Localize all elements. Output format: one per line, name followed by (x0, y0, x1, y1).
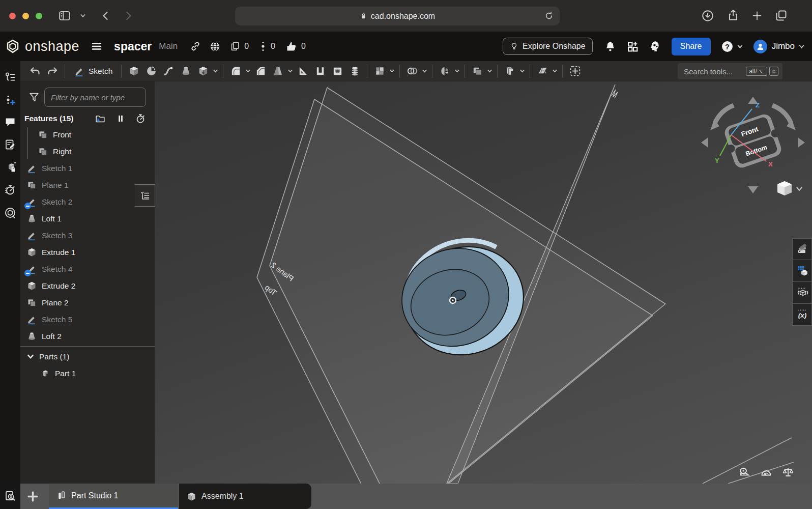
feature-item-front[interactable]: Front (20, 126, 155, 143)
back-button[interactable] (100, 9, 112, 22)
roll-cw-arrow[interactable] (772, 105, 791, 123)
mass-properties-scale-icon[interactable] (781, 466, 795, 478)
rib-tool-button[interactable] (294, 63, 311, 79)
parts-section-header[interactable]: Parts (1) (20, 348, 155, 365)
user-avatar[interactable] (753, 40, 767, 53)
like-icon[interactable] (285, 40, 298, 52)
custom-tables-panel-button[interactable] (792, 282, 812, 304)
downloads-button[interactable] (701, 9, 714, 22)
explore-onshape-button[interactable]: Explore Onshape (503, 38, 593, 55)
workspace-name[interactable]: Main (159, 41, 178, 51)
forward-button[interactable] (122, 9, 134, 22)
view-options-cube-icon[interactable] (777, 181, 792, 195)
boolean-tool-button[interactable] (403, 63, 421, 79)
feature-item-loft1[interactable]: Loft 1 (20, 210, 155, 227)
feature-item-loft2[interactable]: Loft 2 (20, 328, 155, 345)
new-folder-icon[interactable] (95, 113, 106, 124)
appearance-panel-button[interactable] (792, 238, 812, 260)
help-caret-icon[interactable] (737, 43, 743, 50)
loft-tool-button[interactable] (177, 63, 194, 79)
tab-overview-button[interactable] (774, 9, 788, 22)
suppress-pause-icon[interactable] (116, 114, 125, 124)
feature-panel-handle[interactable] (135, 184, 155, 207)
versions-history-panel-icon[interactable] (4, 94, 16, 106)
help-icon[interactable]: ? (721, 40, 734, 53)
version-history-icon[interactable] (259, 40, 267, 52)
view-options-caret-icon[interactable] (797, 187, 802, 190)
feature-item-extrude2[interactable]: Extrude 2 (20, 277, 155, 294)
search-tools-box[interactable]: Search tools... alt/⌥ c (678, 63, 782, 79)
undo-button[interactable] (26, 63, 44, 79)
boolean-menu-caret[interactable] (421, 63, 428, 79)
tab-assembly-1[interactable]: Assembly 1 (179, 484, 311, 509)
comments-panel-icon[interactable] (4, 116, 16, 128)
insert-derived-button[interactable] (566, 63, 584, 79)
hole-tool-button[interactable] (329, 63, 346, 79)
rotate-left-arrow[interactable] (701, 137, 708, 148)
feature-item-sketch5[interactable]: Sketch 5 (20, 311, 155, 328)
thread-tool-button[interactable] (346, 63, 363, 79)
brand-wordmark[interactable]: onshape (25, 39, 79, 54)
revolve-tool-button[interactable] (142, 63, 160, 79)
copy-document-icon[interactable] (229, 41, 241, 52)
draft-menu-caret[interactable] (286, 63, 294, 79)
feature-list-panel-icon[interactable] (4, 71, 16, 83)
user-menu-caret-icon[interactable] (798, 43, 805, 50)
chamfer-tool-button[interactable] (252, 63, 269, 79)
link-icon[interactable] (190, 41, 201, 52)
release-management-icon[interactable]: ? (4, 161, 16, 174)
feature-item-sketch4[interactable]: Sketch 4 (20, 261, 155, 277)
reload-icon[interactable] (544, 11, 554, 21)
document-notes-icon[interactable] (4, 138, 16, 151)
split-menu-caret[interactable] (453, 63, 461, 79)
public-globe-icon[interactable] (209, 41, 221, 52)
share-button[interactable]: Share (672, 38, 711, 55)
surface-menu-caret[interactable] (551, 63, 559, 79)
curve-tool-button[interactable] (501, 63, 518, 79)
window-close-button[interactable] (9, 13, 16, 19)
tab-part-studio-1[interactable]: Part Studio 1 (49, 484, 178, 509)
pattern-menu-caret[interactable] (388, 63, 396, 79)
sidebar-menu-caret[interactable] (79, 13, 86, 19)
new-tab-button[interactable] (751, 10, 763, 22)
window-zoom-button[interactable] (36, 13, 42, 19)
app-store-grid-icon[interactable] (626, 40, 639, 53)
learning-center-icon[interactable] (4, 207, 16, 219)
rotate-right-arrow[interactable] (798, 137, 805, 148)
tab-manager-corner[interactable] (0, 484, 20, 509)
redo-button[interactable] (44, 63, 61, 79)
feature-item-sketch3[interactable]: Sketch 3 (20, 227, 155, 244)
address-bar[interactable]: cad.onshape.com (235, 7, 560, 25)
filter-funnel-icon[interactable] (28, 92, 40, 103)
pattern-tool-button[interactable] (371, 63, 388, 79)
feature-item-right[interactable]: Right (20, 143, 155, 160)
plane-tool-button[interactable] (469, 63, 486, 79)
surface-tool-button[interactable] (534, 63, 551, 79)
plane-menu-caret[interactable] (486, 63, 494, 79)
part-item-part1[interactable]: Part 1 (20, 365, 155, 382)
protractor-icon[interactable] (760, 466, 773, 478)
ai-advisor-icon[interactable] (648, 40, 661, 53)
rotate-down-arrow[interactable] (748, 186, 758, 193)
view-cube-body[interactable]: Front Bottom (720, 111, 786, 171)
user-name[interactable]: Jimbo (772, 41, 795, 51)
feature-item-sketch1[interactable]: Sketch 1 (20, 160, 155, 177)
feature-item-extrude1[interactable]: Extrude 1 (20, 244, 155, 261)
notifications-bell-icon[interactable] (604, 40, 617, 53)
feature-item-plane2[interactable]: Plane 2 (20, 294, 155, 311)
feature-filter-input[interactable] (44, 88, 146, 107)
thicken-menu-caret[interactable] (212, 63, 219, 79)
tape-measure-icon[interactable] (738, 466, 751, 478)
rollback-bar[interactable] (20, 346, 155, 347)
split-tool-button[interactable] (436, 63, 453, 79)
new-tab-plus-button[interactable] (26, 490, 39, 503)
extrude-tool-button[interactable] (125, 63, 142, 79)
thicken-tool-button[interactable] (194, 63, 212, 79)
performance-panel-icon[interactable] (4, 184, 16, 196)
regeneration-time-icon[interactable] (135, 113, 146, 124)
sketch-button[interactable]: Sketch (69, 63, 118, 79)
fillet-tool-button[interactable] (227, 63, 244, 79)
variables-panel-button[interactable]: (x) (792, 304, 812, 326)
main-menu-icon[interactable] (91, 40, 103, 52)
curve-menu-caret[interactable] (518, 63, 526, 79)
